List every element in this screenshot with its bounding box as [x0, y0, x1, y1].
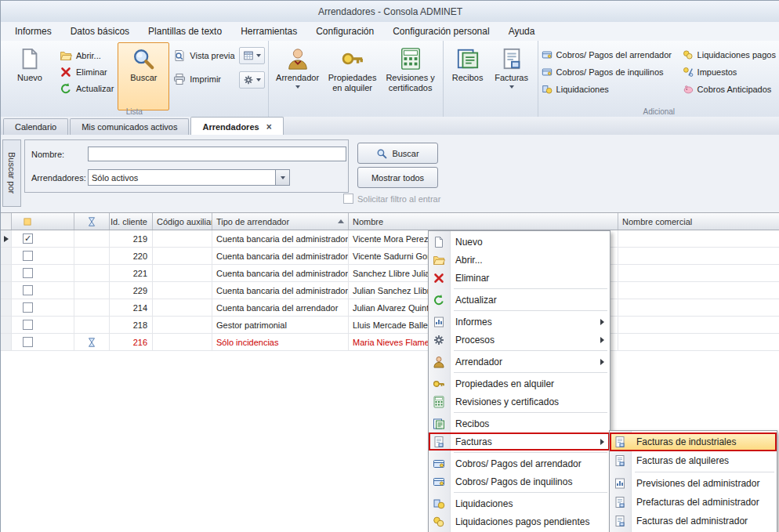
- tab-mis-comunicados-activos[interactable]: Mis comunicados activos: [70, 118, 189, 135]
- filtro-checkbox[interactable]: [343, 194, 353, 204]
- grid-header-nombre-comercial[interactable]: Nombre comercial: [618, 213, 779, 230]
- row-checkbox[interactable]: [23, 251, 33, 261]
- row-checkbox-cell[interactable]: [12, 299, 74, 316]
- submenu-item-facturas-de-industriales[interactable]: Facturas de industriales: [610, 432, 777, 451]
- buscar-ribbon-button[interactable]: Buscar: [118, 42, 169, 110]
- propiedades-en-alquiler-button[interactable]: Propiedades en alquiler: [324, 42, 382, 110]
- recibos-button[interactable]: Recibos: [447, 42, 489, 110]
- cell-id-cliente: 214: [110, 299, 153, 316]
- abrir-button[interactable]: Abrir...: [56, 47, 118, 63]
- row-checkbox-cell[interactable]: [12, 317, 74, 333]
- settings-dropdown[interactable]: [239, 71, 265, 89]
- report-icon: [614, 477, 626, 490]
- hourglass-icon: [86, 337, 97, 348]
- row-checkbox-cell[interactable]: [12, 230, 74, 247]
- row-marker-cell: [1, 334, 12, 350]
- nuevo-button[interactable]: Nuevo: [4, 42, 56, 110]
- ribbon-item-liquidaciones-pagos-pendientes[interactable]: Liquidaciones pagos pendientes: [683, 46, 777, 63]
- context-menu-item-liquidaciones[interactable]: Liquidaciones: [429, 494, 610, 512]
- grid-header-codigo-auxiliar[interactable]: Código auxiliar: [153, 213, 212, 230]
- context-menu-item-procesos[interactable]: Procesos: [429, 331, 610, 349]
- context-menu-item-cobros-pagos-de-inquilinos[interactable]: Cobros/ Pagos de inquilinos: [429, 472, 610, 490]
- menu-item-label: Facturas de industriales: [636, 436, 736, 447]
- context-menu-item-recibos[interactable]: Recibos: [429, 414, 610, 432]
- table-row[interactable]: 229Cuenta bancaria del administradorJuli…: [1, 282, 779, 299]
- row-checkbox[interactable]: [23, 337, 33, 347]
- menubar-item-datos-basicos[interactable]: Datos básicos: [61, 24, 139, 39]
- menubar-item-informes[interactable]: Informes: [5, 24, 61, 39]
- row-checkbox[interactable]: [23, 320, 33, 330]
- buscar-panel-button[interactable]: Buscar: [357, 143, 438, 164]
- facturas-button[interactable]: Facturas: [489, 42, 534, 110]
- row-checkbox-cell[interactable]: [12, 265, 74, 281]
- context-menu-item-eliminar[interactable]: Eliminar: [429, 269, 610, 287]
- filtro-checkbox-row[interactable]: Solicitar filtro al entrar: [343, 194, 440, 204]
- grid-header-id-cliente[interactable]: Id. cliente: [110, 213, 153, 230]
- table-row[interactable]: 214Cuenta bancaria del arrendadorJulian …: [1, 299, 779, 317]
- grid-header-tipo-de-arrendador[interactable]: Tipo de arrendador: [212, 213, 349, 230]
- invoice-icon: [614, 515, 626, 527]
- tax-icon: [683, 67, 694, 78]
- row-checkbox-cell[interactable]: [12, 334, 74, 350]
- submenu-item-facturas-del-administrador[interactable]: Facturas del administrador: [610, 512, 777, 530]
- combo-dropdown-button[interactable]: [275, 170, 289, 185]
- row-checkbox[interactable]: [23, 302, 33, 313]
- submenu-item-previsiones-del-administrador[interactable]: Previsiones del administrador: [610, 474, 777, 493]
- buscar-por-side-tab[interactable]: Buscar por: [2, 139, 21, 207]
- row-checkbox-cell[interactable]: [12, 248, 74, 264]
- menu-item-label: Facturas de alquileres: [636, 455, 729, 466]
- row-checkbox[interactable]: [23, 268, 33, 278]
- context-menu-item-cobros-pagos-del-arrendador[interactable]: Cobros/ Pagos del arrendador: [429, 454, 610, 472]
- tab-close-icon[interactable]: ×: [266, 122, 272, 132]
- context-menu-item-abrir[interactable]: Abrir...: [429, 251, 610, 269]
- revisiones-y-certificados-button[interactable]: Revisiones y certificados: [382, 42, 440, 110]
- submenu-item-prefacturas-del-administrador[interactable]: Prefacturas del administrador: [610, 493, 777, 512]
- context-menu-item-arrendador[interactable]: Arrendador: [429, 353, 610, 371]
- context-menu-item-liquidaciones-pagos-pendientes[interactable]: Liquidaciones pagos pendientes: [429, 512, 610, 530]
- mostrar-todos-button[interactable]: Mostrar todos: [357, 167, 438, 188]
- row-checkbox[interactable]: [23, 285, 33, 295]
- cell-tipo-de-arrendador: Sólo incidencias: [212, 334, 349, 350]
- context-menu-item-informes[interactable]: Informes: [429, 313, 610, 331]
- ribbon-item-liquidaciones[interactable]: Liquidaciones: [542, 81, 679, 98]
- tab-calendario[interactable]: Calendario: [3, 118, 68, 135]
- menubar-item-configuracion[interactable]: Configuración: [306, 24, 383, 39]
- arrendadores-select[interactable]: Sólo activos: [88, 169, 290, 186]
- context-menu-item-revisiones-y-certificados[interactable]: Revisiones y certificados: [429, 393, 610, 411]
- row-checkbox[interactable]: [23, 233, 33, 244]
- row-marker-cell: [1, 299, 12, 316]
- context-menu-item-propiedades-en-alquiler[interactable]: Propiedades en alquiler: [429, 375, 610, 393]
- ribbon-item-impuestos[interactable]: Impuestos: [683, 63, 777, 81]
- eliminar-button[interactable]: Eliminar: [56, 63, 118, 80]
- menubar-item-herramientas[interactable]: Herramientas: [231, 24, 306, 39]
- search-icon: [376, 148, 387, 159]
- imprimir-button[interactable]: Imprimir: [169, 71, 238, 87]
- tab-arrendadores[interactable]: Arrendadores×: [190, 117, 283, 136]
- table-row[interactable]: 218Gestor patrimonialLluis Mercade Balle…: [1, 317, 779, 334]
- context-menu-item-facturas[interactable]: Facturas: [429, 432, 610, 451]
- submenu-item-facturas-de-alquileres[interactable]: Facturas de alquileres: [610, 451, 777, 470]
- menubar-item-ayuda[interactable]: Ayuda: [499, 24, 545, 39]
- row-checkbox-cell[interactable]: [12, 282, 74, 299]
- table-row[interactable]: 221Cuenta bancaria del administradorSanc…: [1, 265, 779, 282]
- grid-header-nombre[interactable]: Nombre: [349, 213, 618, 230]
- grid-header-select[interactable]: [12, 213, 74, 230]
- context-menu-item-nuevo[interactable]: Nuevo: [429, 233, 610, 251]
- menubar-item-configuracion-personal[interactable]: Configuración personal: [383, 24, 498, 39]
- ribbon-item-cobros-pagos-del-arrendador[interactable]: Cobros/ Pagos del arrendador: [542, 46, 679, 63]
- ribbon-item-label: Liquidaciones: [556, 85, 609, 94]
- grid-header-flag[interactable]: [74, 213, 110, 230]
- actualizar-button[interactable]: Actualizar: [56, 80, 118, 96]
- table-row[interactable]: 219Cuenta bancaria del administradorVice…: [1, 230, 779, 248]
- nombre-input[interactable]: [88, 147, 346, 161]
- menu-item-label: Procesos: [455, 335, 495, 346]
- table-options-dropdown[interactable]: [239, 47, 265, 64]
- menubar-item-plantillas-de-texto[interactable]: Plantillas de texto: [139, 24, 231, 39]
- vista-previa-button[interactable]: Vista previa: [169, 47, 238, 63]
- ribbon-item-cobros-anticipados[interactable]: Cobros Anticipados: [683, 81, 777, 98]
- table-row[interactable]: 220Cuenta bancaria del administradorVice…: [1, 248, 779, 265]
- ribbon-item-cobros-pagos-de-inquilinos[interactable]: Cobros/ Pagos de inquilinos: [542, 63, 679, 81]
- context-menu-item-actualizar[interactable]: Actualizar: [429, 291, 610, 309]
- arrendador-button[interactable]: Arrendador: [272, 42, 324, 110]
- table-row[interactable]: 216Sólo incidenciasMaria Nieves Flamer: [1, 334, 779, 351]
